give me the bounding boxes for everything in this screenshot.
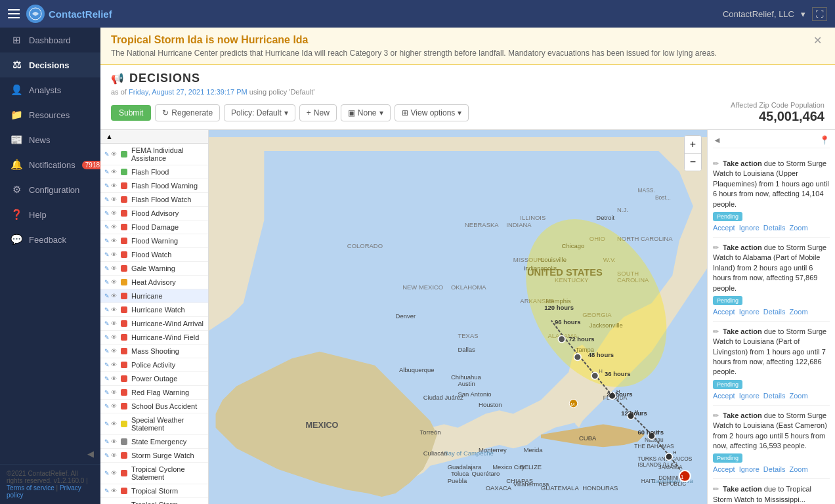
event-list-item[interactable]: ✎ 👁 Flood Warning — [100, 234, 208, 248]
event-edit-icon[interactable]: ✎ — [104, 265, 110, 272]
event-eye-icon[interactable]: 👁 — [111, 293, 117, 299]
submit-button[interactable]: Submit — [111, 105, 151, 121]
event-edit-icon[interactable]: ✎ — [104, 452, 110, 459]
action-ignore-link[interactable]: Ignore — [739, 224, 760, 232]
event-list-item[interactable]: ✎ 👁 Flash Flood — [100, 165, 208, 179]
menu-button[interactable] — [8, 9, 20, 18]
event-list-item[interactable]: ✎ 👁 Flood Advisory — [100, 207, 208, 220]
event-eye-icon[interactable]: 👁 — [111, 210, 117, 217]
action-details-link[interactable]: Details — [763, 465, 786, 473]
event-eye-icon[interactable]: 👁 — [111, 488, 117, 494]
event-list-item[interactable]: ✎ 👁 Flash Flood Warning — [100, 179, 208, 193]
event-edit-icon[interactable]: ✎ — [104, 279, 110, 285]
sidebar-item-decisions[interactable]: ⚖ Decisions — [0, 52, 100, 77]
event-edit-icon[interactable]: ✎ — [104, 224, 110, 230]
zoom-in-button[interactable]: + — [685, 136, 701, 154]
event-edit-icon[interactable]: ✎ — [104, 306, 110, 313]
sidebar-item-news[interactable]: 📰 News — [0, 127, 100, 152]
new-button[interactable]: + New — [299, 104, 337, 121]
company-dropdown-icon[interactable]: ▾ — [801, 9, 805, 19]
event-edit-icon[interactable]: ✎ — [104, 182, 110, 189]
event-list-item[interactable]: ✎ 👁 FEMA Individual Assistance — [100, 144, 208, 165]
event-eye-icon[interactable]: 👁 — [111, 224, 117, 230]
event-list-item[interactable]: ✎ 👁 Red Flag Warning — [100, 386, 208, 400]
event-edit-icon[interactable]: ✎ — [104, 320, 110, 327]
event-edit-icon[interactable]: ✎ — [104, 238, 110, 244]
event-edit-icon[interactable]: ✎ — [104, 438, 110, 445]
action-accept-link[interactable]: Accept — [713, 465, 735, 473]
event-eye-icon[interactable]: 👁 — [111, 438, 117, 445]
event-edit-icon[interactable]: ✎ — [104, 488, 110, 494]
event-list-item[interactable]: ✎ 👁 Hurricane-Wind Arrival — [100, 317, 208, 331]
action-zoom-link[interactable]: Zoom — [789, 392, 807, 400]
event-eye-icon[interactable]: 👁 — [111, 421, 117, 427]
event-eye-icon[interactable]: 👁 — [111, 238, 117, 244]
event-list-item[interactable]: ✎ 👁 Tropical Storm — [100, 484, 208, 498]
action-details-link[interactable]: Details — [763, 224, 786, 232]
event-edit-icon[interactable]: ✎ — [104, 151, 110, 158]
event-eye-icon[interactable]: 👁 — [111, 251, 117, 258]
event-edit-icon[interactable]: ✎ — [104, 196, 110, 203]
action-ignore-link[interactable]: Ignore — [739, 465, 760, 473]
action-details-link[interactable]: Details — [763, 392, 786, 400]
event-edit-icon[interactable]: ✎ — [104, 403, 110, 410]
action-accept-link[interactable]: Accept — [713, 308, 735, 316]
sidebar-item-feedback[interactable]: 💬 Feedback — [0, 227, 100, 252]
event-edit-icon[interactable]: ✎ — [104, 210, 110, 217]
action-zoom-link[interactable]: Zoom — [789, 465, 807, 473]
event-eye-icon[interactable]: 👁 — [111, 403, 117, 410]
event-eye-icon[interactable]: 👁 — [111, 375, 117, 382]
event-list-item[interactable]: ✎ 👁 Hurricane-Wind Field — [100, 331, 208, 345]
event-eye-icon[interactable]: 👁 — [111, 470, 117, 476]
event-edit-icon[interactable]: ✎ — [104, 470, 110, 476]
event-list-item[interactable]: ✎ 👁 Police Activity — [100, 358, 208, 372]
action-zoom-link[interactable]: Zoom — [789, 308, 807, 316]
event-edit-icon[interactable]: ✎ — [104, 362, 110, 368]
action-ignore-link[interactable]: Ignore — [739, 308, 760, 316]
event-edit-icon[interactable]: ✎ — [104, 169, 110, 175]
event-edit-icon[interactable]: ✎ — [104, 334, 110, 341]
sidebar-item-resources[interactable]: 📁 Resources — [0, 102, 100, 127]
action-details-link[interactable]: Details — [763, 308, 786, 316]
regenerate-button[interactable]: ↻ Regenerate — [155, 104, 220, 121]
event-list-item[interactable]: ✎ 👁 Storm Surge Watch — [100, 449, 208, 463]
event-eye-icon[interactable]: 👁 — [111, 362, 117, 368]
zoom-out-button[interactable]: − — [685, 154, 701, 171]
collapse-list-icon[interactable]: ▲ — [106, 133, 113, 140]
event-edit-icon[interactable]: ✎ — [104, 251, 110, 258]
policy-dropdown[interactable]: Policy: Default ▾ — [224, 104, 295, 121]
event-eye-icon[interactable]: 👁 — [111, 452, 117, 459]
event-list-item[interactable]: ✎ 👁 Hurricane Watch — [100, 303, 208, 317]
event-eye-icon[interactable]: 👁 — [111, 334, 117, 341]
event-eye-icon[interactable]: 👁 — [111, 389, 117, 396]
sidebar-item-help[interactable]: ❓ Help — [0, 202, 100, 227]
action-accept-link[interactable]: Accept — [713, 224, 735, 232]
event-edit-icon[interactable]: ✎ — [104, 375, 110, 382]
event-eye-icon[interactable]: 👁 — [111, 169, 117, 175]
sidebar-item-configuration[interactable]: ⚙ Configuration — [0, 177, 100, 202]
event-list-item[interactable]: ✎ 👁 Flash Flood Watch — [100, 193, 208, 207]
view-options-button[interactable]: ⊞ View options ▾ — [395, 104, 469, 121]
event-eye-icon[interactable]: 👁 — [111, 151, 117, 158]
event-eye-icon[interactable]: 👁 — [111, 279, 117, 285]
event-eye-icon[interactable]: 👁 — [111, 306, 117, 313]
event-list-item[interactable]: ✎ 👁 Hurricane — [100, 289, 208, 303]
sidebar-collapse-button[interactable]: ◀ — [0, 444, 100, 464]
event-list-item[interactable]: ✎ 👁 Flood Watch — [100, 248, 208, 262]
event-list-item[interactable]: ✎ 👁 Gale Warning — [100, 262, 208, 276]
sidebar-item-dashboard[interactable]: ⊞ Dashboard — [0, 28, 100, 52]
event-list-item[interactable]: ✎ 👁 Tropical Cyclone Statement — [100, 463, 208, 484]
expand-button[interactable]: ⛶ — [812, 7, 827, 21]
event-list-item[interactable]: ✎ 👁 State Emergency — [100, 435, 208, 449]
event-edit-icon[interactable]: ✎ — [104, 389, 110, 396]
event-eye-icon[interactable]: 👁 — [111, 182, 117, 189]
action-ignore-link[interactable]: Ignore — [739, 392, 760, 400]
event-eye-icon[interactable]: 👁 — [111, 320, 117, 327]
event-eye-icon[interactable]: 👁 — [111, 348, 117, 354]
event-eye-icon[interactable]: 👁 — [111, 196, 117, 203]
event-edit-icon[interactable]: ✎ — [104, 293, 110, 299]
event-list-item[interactable]: ✎ 👁 Heat Advisory — [100, 276, 208, 289]
terms-link[interactable]: Terms of service — [7, 484, 54, 492]
event-list-item[interactable]: ✎ 👁 Power Outage — [100, 372, 208, 386]
event-list-item[interactable]: ✎ 👁 Mass Shooting — [100, 345, 208, 358]
